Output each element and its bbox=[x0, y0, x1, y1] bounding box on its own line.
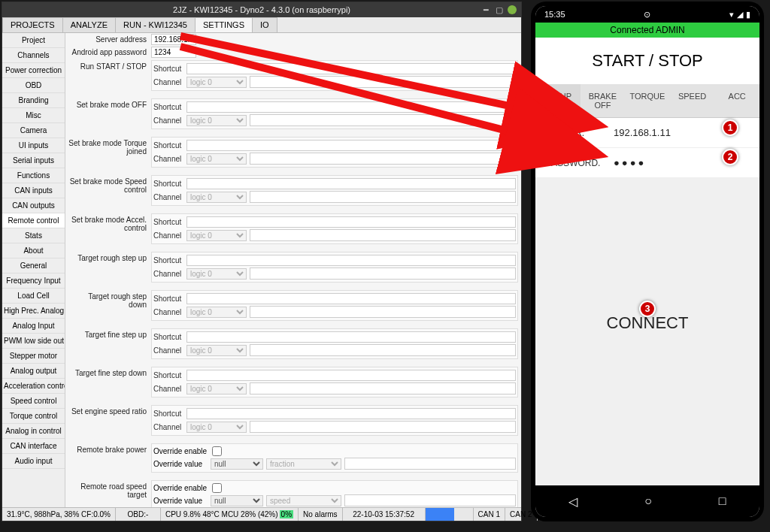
sidebar-item-high-prec-analog-in[interactable]: High Prec. Analog In bbox=[2, 304, 65, 319]
sidebar-item-functions[interactable]: Functions bbox=[2, 168, 65, 183]
channel-extra[interactable] bbox=[250, 229, 516, 241]
sidebar-item-branding[interactable]: Branding bbox=[2, 93, 65, 108]
close-icon[interactable] bbox=[508, 5, 517, 14]
channel-select[interactable]: logic 0 bbox=[186, 268, 247, 280]
override-value-select[interactable]: null bbox=[211, 458, 263, 470]
sidebar-item-stepper-motor[interactable]: Stepper motor bbox=[2, 349, 65, 364]
marker-2: 2 bbox=[722, 149, 738, 165]
ip-value[interactable]: 192.168.1.11 bbox=[614, 127, 671, 138]
sidebar-item-channels[interactable]: Channels bbox=[2, 48, 65, 63]
sidebar-item-frequency-input[interactable]: Frequency Input bbox=[2, 274, 65, 289]
sidebar-item-speed-control[interactable]: Speed control bbox=[2, 394, 65, 409]
channel-extra[interactable] bbox=[250, 306, 516, 318]
channel-select[interactable]: logic 0 bbox=[186, 115, 247, 126]
channel-select[interactable]: logic 0 bbox=[186, 77, 247, 88]
sidebar-item-analog-in-control[interactable]: Analog in control bbox=[2, 424, 65, 439]
channel-select[interactable]: logic 0 bbox=[186, 307, 247, 318]
sidebar-item-about[interactable]: About bbox=[2, 243, 65, 258]
channel-select[interactable]: logic 0 bbox=[186, 422, 247, 433]
sidebar-item-can-outputs[interactable]: CAN outputs bbox=[2, 198, 65, 213]
override-extra[interactable] bbox=[344, 458, 516, 470]
shortcut-input[interactable] bbox=[186, 140, 516, 151]
channel-extra[interactable] bbox=[250, 153, 516, 165]
sidebar-item-torque-control[interactable]: Torque control bbox=[2, 409, 65, 424]
tab-io[interactable]: IO bbox=[252, 17, 277, 32]
sidebar-item-analog-input[interactable]: Analog Input bbox=[2, 319, 65, 334]
section-label: Set brake mode Torque joined bbox=[68, 137, 151, 156]
section-label: Set brake mode Accel. control bbox=[68, 213, 151, 232]
shortcut-input[interactable] bbox=[186, 255, 516, 266]
sidebar-item-misc[interactable]: Misc bbox=[2, 108, 65, 123]
channel-extra[interactable] bbox=[250, 114, 516, 126]
channel-select[interactable]: logic 0 bbox=[186, 230, 247, 241]
sidebar-item-camera[interactable]: Camera bbox=[2, 123, 65, 138]
ip-label: IP ADDR. bbox=[546, 128, 614, 138]
channel-extra[interactable] bbox=[250, 76, 516, 88]
ptab-brake-off[interactable]: BRAKE OFF bbox=[581, 84, 626, 117]
nav-home-icon[interactable]: ○ bbox=[644, 494, 652, 508]
channel-extra[interactable] bbox=[250, 421, 516, 433]
ptab-torque[interactable]: TORQUE bbox=[625, 84, 670, 117]
wifi-icon: ▾ bbox=[729, 10, 734, 20]
status-alarms: No alarms bbox=[299, 508, 343, 521]
android-password-label: Android app password bbox=[68, 48, 151, 56]
sidebar-item-remote-control[interactable]: Remote control bbox=[2, 213, 65, 228]
channel-select[interactable]: logic 0 bbox=[186, 345, 247, 356]
maximize-icon[interactable]: ▢ bbox=[496, 5, 503, 13]
tab-analyze[interactable]: ANALYZE bbox=[62, 17, 116, 32]
minimize-icon[interactable]: ━ bbox=[484, 5, 491, 13]
server-address-input[interactable] bbox=[151, 34, 196, 45]
section-label: Set brake mode OFF bbox=[68, 98, 151, 109]
override-unit-select[interactable]: speed bbox=[266, 495, 341, 506]
sidebar-item-ui-inputs[interactable]: UI inputs bbox=[2, 138, 65, 153]
phone-tabs: SETUPBRAKE OFFTORQUESPEEDACC bbox=[535, 84, 759, 118]
sidebar-item-project[interactable]: Project bbox=[2, 33, 65, 48]
password-value[interactable]: ●●●● bbox=[614, 157, 646, 168]
status-can1[interactable]: CAN 1 bbox=[474, 508, 505, 521]
tab-settings[interactable]: SETTINGS bbox=[195, 17, 253, 32]
phone-title: START / STOP bbox=[535, 38, 759, 84]
shortcut-input[interactable] bbox=[186, 408, 516, 419]
sidebar-item-audio-input[interactable]: Audio input bbox=[2, 454, 65, 469]
tab-projects[interactable]: PROJECTS bbox=[2, 17, 63, 32]
override-value-select[interactable]: null bbox=[211, 495, 263, 506]
override-extra[interactable] bbox=[344, 494, 516, 506]
nav-recent-icon[interactable]: □ bbox=[719, 494, 726, 508]
channel-extra[interactable] bbox=[250, 382, 516, 394]
shortcut-input[interactable] bbox=[186, 216, 516, 228]
sidebar-item-obd[interactable]: OBD bbox=[2, 78, 65, 93]
nav-back-icon[interactable]: ◁ bbox=[568, 494, 578, 509]
sidebar-item-pwm-low-side-out[interactable]: PWM low side out bbox=[2, 334, 65, 349]
phone-time: 15:35 bbox=[544, 10, 565, 19]
sidebar-item-can-interface[interactable]: CAN interface bbox=[2, 439, 65, 454]
section-label: Set engine speed ratio bbox=[68, 405, 151, 416]
ptab-acc[interactable]: ACC bbox=[714, 84, 759, 117]
sidebar-item-power-correction[interactable]: Power correction bbox=[2, 63, 65, 78]
channel-extra[interactable] bbox=[250, 191, 516, 203]
shortcut-input[interactable] bbox=[186, 331, 516, 343]
ptab-speed[interactable]: SPEED bbox=[670, 84, 715, 117]
override-enable-checkbox[interactable] bbox=[212, 483, 222, 493]
shortcut-input[interactable] bbox=[186, 63, 516, 74]
sidebar-item-stats[interactable]: Stats bbox=[2, 228, 65, 243]
shortcut-input[interactable] bbox=[186, 178, 516, 189]
shortcut-input[interactable] bbox=[186, 293, 516, 304]
sidebar-item-acceleration-control[interactable]: Acceleration control bbox=[2, 379, 65, 394]
tab-run-kwi12345[interactable]: RUN - KWI12345 bbox=[115, 17, 196, 32]
channel-extra[interactable] bbox=[250, 268, 516, 280]
shortcut-input[interactable] bbox=[186, 370, 516, 381]
sidebar-item-load-cell[interactable]: Load Cell bbox=[2, 289, 65, 304]
android-password-input[interactable] bbox=[151, 47, 196, 58]
ptab-setup[interactable]: SETUP bbox=[535, 84, 581, 117]
channel-select[interactable]: logic 0 bbox=[186, 383, 247, 394]
shortcut-input[interactable] bbox=[186, 101, 516, 113]
channel-extra[interactable] bbox=[250, 344, 516, 356]
override-unit-select[interactable]: fraction bbox=[266, 458, 341, 470]
sidebar-item-serial-inputs[interactable]: Serial inputs bbox=[2, 153, 65, 168]
override-enable-checkbox[interactable] bbox=[212, 446, 222, 456]
sidebar-item-general[interactable]: General bbox=[2, 258, 65, 274]
channel-select[interactable]: logic 0 bbox=[186, 192, 247, 203]
sidebar-item-can-inputs[interactable]: CAN inputs bbox=[2, 183, 65, 198]
channel-select[interactable]: logic 0 bbox=[186, 153, 247, 165]
sidebar-item-analog-output[interactable]: Analog output bbox=[2, 364, 65, 379]
